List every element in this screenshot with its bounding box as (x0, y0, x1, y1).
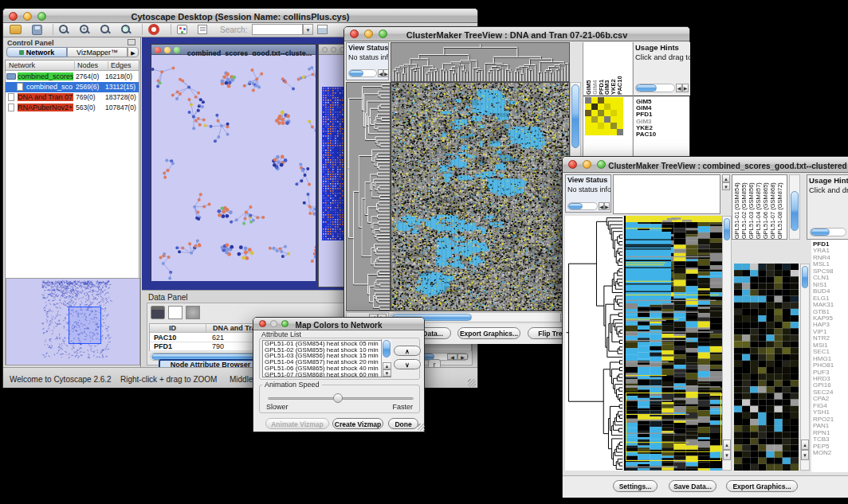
scroll-left-icon[interactable]: ◀ (447, 354, 457, 360)
usage-hints-scrollbar[interactable] (810, 228, 846, 236)
close-icon[interactable] (322, 47, 328, 53)
treeview1-column-dendrogram[interactable] (391, 42, 570, 82)
column-label[interactable]: GPL51-08 (GSM872) (777, 182, 783, 239)
row-label[interactable]: MON2 (813, 449, 831, 456)
export-graphics-button[interactable]: Export Graphics... (457, 327, 520, 339)
zoom-icon[interactable] (174, 47, 180, 53)
scroll-up-icon[interactable]: ▲ (723, 440, 731, 450)
settings-button[interactable]: Settings... (613, 480, 658, 492)
attribute-browser-icon[interactable] (317, 25, 328, 34)
column-label[interactable]: GPL51-01 (GSM854) (734, 182, 740, 239)
new-attribute-icon[interactable] (168, 306, 183, 319)
delete-attribute-icon[interactable] (186, 306, 200, 319)
treeview2-mini-scroll[interactable]: ▲ ▼ (722, 174, 732, 195)
treeview2-row-dendrogram[interactable] (565, 216, 622, 471)
view-status-scrollbar[interactable] (567, 202, 598, 210)
zoom-icon[interactable] (37, 12, 46, 21)
column-label[interactable]: GPL51-07 (GSM868) (770, 182, 776, 239)
minimize-icon[interactable] (23, 12, 32, 21)
close-icon[interactable] (350, 29, 359, 38)
tab-overflow-arrow[interactable]: ▶ (128, 47, 139, 57)
dialog-resize-grip[interactable] (418, 424, 425, 431)
attribute-listbox[interactable]: GPL51-01 (GSM854) heat shock 05 minGPL51… (262, 340, 391, 377)
zoom-icon[interactable] (281, 320, 289, 327)
zoom-in-icon[interactable]: + (80, 25, 88, 33)
scroll-down-icon[interactable]: ▼ (801, 450, 809, 460)
table-mode-icon[interactable] (151, 306, 165, 319)
scroll-right-icon[interactable]: ▶ (682, 84, 689, 92)
scroll-left-icon[interactable]: ◀ (378, 69, 383, 77)
treeview1-titlebar[interactable]: ClusterMaker TreeView : DNA and Tran 07-… (344, 27, 689, 41)
attribute-list-vscrollbar[interactable]: ▲ ▼ (381, 339, 391, 377)
move-up-button[interactable]: ∧ (394, 346, 421, 356)
treeview2-global-vscrollbar[interactable]: ▲ ▼ (722, 216, 732, 471)
network-view-1-titlebar[interactable]: combined_scores_good.txt--cluste... (151, 45, 316, 55)
close-icon[interactable] (259, 320, 266, 327)
save-data-button[interactable]: Save Data... (669, 480, 716, 492)
network-table-row[interactable]: combined_scores2764(0)16218(0) (6, 72, 139, 82)
tab-network[interactable]: Network (6, 47, 67, 57)
done-button[interactable]: Done (388, 418, 418, 429)
annotation-icon[interactable] (198, 25, 207, 34)
scroll-down-icon[interactable]: ▼ (723, 450, 731, 460)
search-input[interactable] (252, 24, 303, 35)
scroll-left-icon[interactable]: ◀ (599, 202, 604, 210)
animate-vizmap-button[interactable]: Animate Vizmap (265, 418, 329, 429)
cytoscape-titlebar[interactable]: Cytoscape Desktop (Session Name: collins… (3, 9, 477, 23)
scroll-right-icon[interactable]: ▶ (383, 69, 389, 77)
close-icon[interactable] (9, 12, 18, 21)
scroll-up-icon[interactable]: ▲ (383, 362, 391, 369)
treeview2-zoom-vscrollbar[interactable]: ▲ ▼ (800, 264, 810, 471)
column-label[interactable]: PAC10 (617, 76, 623, 95)
scroll-left-icon[interactable]: ◀ (676, 84, 682, 92)
scroll-right-icon[interactable]: ▶ (604, 202, 610, 210)
scroll-up-icon[interactable]: ▲ (801, 440, 809, 450)
birdseye-view[interactable] (6, 278, 140, 365)
treeview1-zoom-heatmap[interactable] (585, 97, 623, 135)
zoom-selected-icon[interactable] (121, 25, 130, 33)
resize-grip[interactable] (468, 379, 476, 387)
column-label[interactable]: GPL51-06 (GSM865) (763, 182, 769, 239)
zoom-fit-icon[interactable] (100, 25, 109, 33)
row-label[interactable]: PAC10 (636, 131, 656, 138)
scroll-right-icon[interactable]: ▶ (457, 354, 468, 360)
treeview2-global-heatmap[interactable] (624, 216, 722, 471)
zoom-out-icon[interactable]: - (59, 25, 68, 33)
network-table-row[interactable]: RNAPuberNov2+!563(0)107847(0) (6, 103, 139, 113)
open-folder-icon[interactable] (10, 25, 22, 34)
zoom-icon[interactable] (379, 29, 387, 38)
network-table-row[interactable]: DNA and Tran 07769(0)183728(0) (6, 92, 139, 103)
attribute-list-item[interactable]: GPL51-07 (GSM868) heat shock 60 min (265, 372, 391, 377)
float-panel-icon[interactable] (128, 39, 135, 45)
create-vizmap-button[interactable]: Create Vizmap (332, 418, 383, 429)
minimize-icon[interactable] (583, 160, 591, 169)
treeview2-titlebar[interactable]: ClusterMaker TreeView : combined_scores_… (563, 157, 848, 173)
view-status-scrollbar[interactable] (348, 69, 377, 77)
column-label[interactable]: GPL51-02 (GSM855) (741, 182, 748, 239)
close-icon[interactable] (568, 160, 577, 169)
zoom-icon[interactable] (597, 160, 606, 169)
scroll-down-icon[interactable]: ▼ (383, 369, 391, 377)
minimize-icon[interactable] (331, 47, 336, 53)
treeview2-label-vscrollbar[interactable] (789, 174, 800, 240)
close-icon[interactable] (155, 47, 161, 53)
treeview2-zoom-heatmap[interactable] (734, 264, 799, 471)
save-icon[interactable] (32, 25, 42, 35)
column-label[interactable]: GPL51-03 (GSM856) (748, 182, 755, 239)
minimize-icon[interactable] (164, 47, 171, 53)
dialog-titlebar[interactable]: Map Colors to Network (253, 318, 424, 330)
column-label[interactable]: GPL51-04 (GSM857) (756, 182, 762, 239)
treeview1-global-heatmap[interactable] (391, 82, 570, 311)
network-graph-view[interactable] (151, 56, 316, 281)
minimize-icon[interactable] (364, 29, 373, 38)
network-nodes-icon[interactable] (177, 25, 187, 34)
tab-vizmapper[interactable]: VizMapper™ (67, 47, 128, 57)
search-dropdown-button[interactable]: ▼ (303, 24, 313, 35)
help-lifesaver-icon[interactable] (148, 24, 159, 35)
minimize-icon[interactable] (270, 320, 277, 327)
treeview1-row-dendrogram[interactable] (346, 82, 391, 311)
export-graphics-button[interactable]: Export Graphics... (726, 480, 798, 492)
move-down-button[interactable]: ∨ (394, 359, 421, 369)
slider-thumb[interactable] (333, 393, 343, 403)
network-table-row[interactable]: combined_sco2569(6)13112(15) (6, 82, 139, 92)
